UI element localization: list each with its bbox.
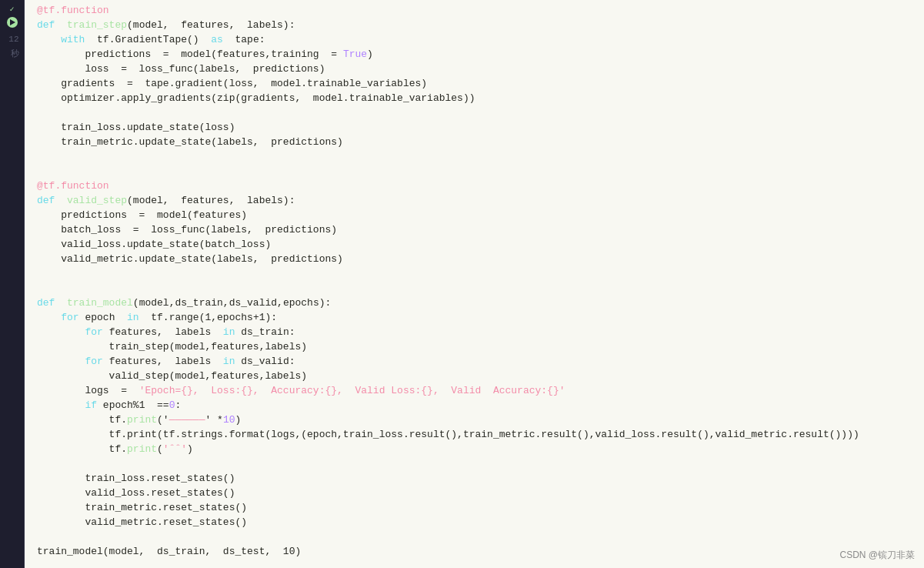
code-line [37, 456, 912, 471]
code-line: train_loss.update_state(loss) [37, 120, 912, 135]
code-line: for epoch in tf.range(1,epochs+1): [37, 310, 912, 325]
line-number: 12 [5, 32, 19, 47]
code-line: logs = 'Epoch={}, Loss:{}, Accuracy:{}, … [37, 383, 912, 398]
code-line: predictions = model(features,training = … [37, 47, 912, 62]
code-line: for features, labels in ds_train: [37, 325, 912, 339]
code-line: predictions = model(features) [37, 208, 912, 222]
line-number: 秒 [5, 47, 19, 62]
code-line: with tf.GradientTape() as tape: [37, 32, 912, 47]
code-line: valid_loss.update_state(batch_loss) [37, 237, 912, 252]
code-line: train_step(model,features,labels) [37, 339, 912, 354]
code-line: batch_loss = loss_func(labels, predictio… [37, 222, 912, 237]
code-line: @tf.function [37, 179, 912, 193]
code-line: train_metric.reset_states() [37, 500, 912, 515]
code-line: def train_model(model,ds_train,ds_valid,… [37, 296, 912, 310]
code-line: if epoch%1 ==0: [37, 398, 912, 413]
code-line: def valid_step(model, features, labels): [37, 193, 912, 208]
left-gutter: ✓ 12 秒 [0, 0, 25, 568]
code-line: tf.print('ˆˆ') [37, 442, 912, 456]
code-line [37, 530, 912, 544]
code-line [37, 149, 912, 164]
code-line: def train_step(model, features, labels): [37, 18, 912, 32]
code-line [37, 105, 912, 120]
code-line [37, 281, 912, 296]
code-line: tf.print(tf.strings.format(logs,(epoch,t… [37, 427, 912, 442]
code-area[interactable]: @tf.function def train_step(model, featu… [25, 0, 924, 568]
code-line [37, 164, 912, 179]
code-line: @tf.function [37, 3, 912, 18]
code-line: valid_loss.reset_states() [37, 486, 912, 500]
code-line: loss = loss_func(labels, predictions) [37, 62, 912, 76]
code-line: tf.print('——————' *10) [37, 413, 912, 427]
code-line: valid_metric.update_state(labels, predic… [37, 252, 912, 266]
code-line: valid_step(model,features,labels) [37, 369, 912, 383]
code-line: optimizer.apply_gradients(zip(gradients,… [37, 91, 912, 105]
check-icon: ✓ [9, 5, 14, 14]
code-line [37, 266, 912, 281]
code-line: for features, labels in ds_valid: [37, 354, 912, 369]
code-line: valid_metric.reset_states() [37, 515, 912, 530]
code-container: @tf.function def train_step(model, featu… [25, 0, 924, 568]
code-line: train_metric.update_state(labels, predic… [37, 135, 912, 149]
code-line: train_loss.reset_states() [37, 471, 912, 486]
play-icon[interactable] [7, 17, 18, 28]
code-line: train_model(model, ds_train, ds_test, 10… [37, 544, 912, 559]
code-line: gradients = tape.gradient(loss, model.tr… [37, 76, 912, 91]
